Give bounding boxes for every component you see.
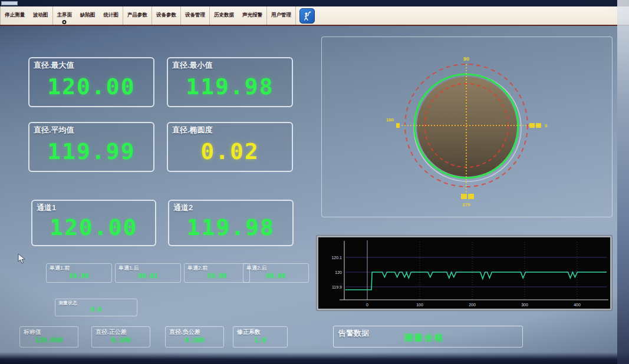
sub-metric-value: 60.01 <box>118 272 177 280</box>
menu-sound-light-alarm[interactable]: 声光报警 <box>238 6 266 25</box>
metric-label: 直径.最大值 <box>34 60 149 71</box>
sub-metric-box-ch2-front: 单通2.前 59.98 <box>184 263 250 283</box>
metric-box-ovality: 直径.椭圆度 0.02 <box>167 122 293 172</box>
menu-group-data-alarm: 历史数据 声光报警 <box>210 6 267 25</box>
product-cross-section <box>417 77 517 177</box>
menu-main-screen[interactable]: 主界面 <box>53 6 77 25</box>
x-tick-label: 400 <box>574 303 581 307</box>
param-value: 1.0 <box>237 336 284 344</box>
metric-label: 通道1 <box>37 203 151 213</box>
hmi-screen: 停止测量 波动图 主界面 缺陷图 统计图 产品参数 设备参数 设备管理 历史数据… <box>0 0 629 364</box>
metric-value: 0.02 <box>172 135 288 169</box>
x-tick-label: 300 <box>521 303 528 307</box>
menu-defect-chart[interactable]: 缺陷图 <box>76 6 100 25</box>
alarm-status-value: 测量合格 <box>404 333 444 343</box>
x-tick-label: 100 <box>416 303 423 307</box>
metric-value: 119.99 <box>34 135 149 169</box>
menu-history-data[interactable]: 历史数据 <box>210 6 238 25</box>
sub-metric-label: 单通1.前 <box>50 264 108 272</box>
sub-metric-value: 59.99 <box>50 272 108 280</box>
param-box-minus-tolerance: 直径.负公差 0.100 <box>165 326 224 348</box>
trend-plot: 120.1 120 119.9 0 100 200 300 400 <box>318 237 610 309</box>
window-control[interactable] <box>1 1 18 5</box>
metric-value: 120.00 <box>34 71 149 104</box>
x-tick-label: 200 <box>469 303 476 307</box>
angle-label-0: 0 <box>545 123 548 128</box>
menu-stop-measure[interactable]: 停止测量 <box>1 6 29 25</box>
param-box-plus-tolerance: 直径.正公差 0.100 <box>91 326 150 348</box>
sub-metric-box-ch2-rear: 单通2.后 60.00 <box>243 263 309 283</box>
metric-label: 直径.平均值 <box>34 125 149 135</box>
marker-bottom-1 <box>461 194 467 199</box>
param-label: 直径.负公差 <box>169 328 220 336</box>
sub-metric-label: 单通2.后 <box>246 264 305 272</box>
param-value: 0.100 <box>95 336 146 344</box>
menu-group-measure: 停止测量 波动图 <box>0 6 53 25</box>
y-tick-label: 119.9 <box>332 285 342 289</box>
photo-bottom-shadow <box>0 352 629 364</box>
mouse-cursor <box>18 253 26 266</box>
x-tick-label: 0 <box>366 303 368 307</box>
y-tick-label: 120.1 <box>331 256 342 260</box>
menu-device-management[interactable]: 设备管理 <box>181 6 209 25</box>
metric-value: 119.98 <box>173 213 288 243</box>
alarm-label: 告警数据 <box>338 328 369 339</box>
param-box-nominal: 标称值 120.000 <box>19 326 78 348</box>
param-label: 直径.正公差 <box>95 328 146 336</box>
menu-bar: 停止测量 波动图 主界面 缺陷图 统计图 产品参数 设备参数 设备管理 历史数据… <box>0 6 629 26</box>
metric-value: 120.00 <box>37 213 151 243</box>
menu-user-management[interactable]: 用户管理 <box>267 6 295 25</box>
alarm-data-box: 告警数据 测量合格 <box>333 326 523 348</box>
angle-label-90: 90 <box>463 56 469 62</box>
sub-metric-value: 59.98 <box>187 272 246 280</box>
menu-group-user: 用户管理 <box>267 6 296 25</box>
marker-right-2 <box>536 123 541 128</box>
menu-group-product: 产品参数 <box>123 6 152 25</box>
window-titlebar <box>0 0 629 6</box>
y-tick-label: 120 <box>335 270 342 274</box>
status-value: 0.0 <box>58 306 134 313</box>
param-label: 标称值 <box>24 328 74 336</box>
photo-right-edge <box>617 0 629 364</box>
menu-group-device-params: 设备参数 <box>152 6 181 25</box>
menu-main-screen-label: 主界面 <box>57 12 73 18</box>
param-label: 修正系数 <box>237 328 284 336</box>
roundness-gauge: 90 0 180 270 <box>322 37 613 218</box>
menu-group-views: 主界面 缺陷图 统计图 <box>53 6 124 25</box>
sub-metric-value: 60.00 <box>246 272 305 280</box>
roundness-gauge-panel: 90 0 180 270 <box>321 37 612 217</box>
sub-metric-box-ch1-front: 单通1.前 59.99 <box>46 263 112 283</box>
metric-box-diameter-max: 直径.最大值 120.00 <box>28 57 154 107</box>
metric-value: 119.98 <box>172 71 288 104</box>
menu-product-params[interactable]: 产品参数 <box>123 6 152 25</box>
trend-chart-panel: 120.1 120 119.9 0 100 200 300 400 <box>317 236 612 310</box>
metric-label: 通道2 <box>173 203 288 213</box>
runner-flag-glyph <box>301 10 313 22</box>
sub-metric-label: 单通1.后 <box>118 264 177 272</box>
metric-box-diameter-avg: 直径.平均值 119.99 <box>28 122 154 172</box>
angle-label-270: 270 <box>462 202 470 207</box>
metric-box-channel-1: 通道1 120.00 <box>31 200 156 246</box>
metric-label: 直径.最小值 <box>172 60 288 71</box>
metric-box-diameter-min: 直径.最小值 119.98 <box>167 57 293 107</box>
metric-box-channel-2: 通道2 119.98 <box>168 200 294 246</box>
param-box-correction-factor: 修正系数 1.0 <box>233 326 288 348</box>
menu-wave-chart[interactable]: 波动图 <box>29 6 52 25</box>
param-value: 120.000 <box>24 336 74 344</box>
metric-label: 直径.椭圆度 <box>172 125 288 135</box>
status-box: 测量状态 0.0 <box>55 299 137 316</box>
menu-device-params[interactable]: 设备参数 <box>152 6 180 25</box>
active-tab-indicator <box>62 20 67 24</box>
sub-metric-label: 单通2.前 <box>187 264 246 272</box>
marker-right-1 <box>529 123 535 128</box>
menu-group-device-mgmt: 设备管理 <box>181 6 210 25</box>
marker-bottom-2 <box>468 194 474 199</box>
menu-statistics-chart[interactable]: 统计图 <box>100 6 123 25</box>
status-label: 测量状态 <box>58 300 134 306</box>
sub-metric-box-ch1-rear: 单通1.后 60.01 <box>115 263 181 283</box>
runner-with-flag-icon[interactable] <box>299 8 315 24</box>
marker-left <box>396 123 400 128</box>
angle-label-180: 180 <box>386 117 394 123</box>
param-value: 0.100 <box>169 336 220 344</box>
